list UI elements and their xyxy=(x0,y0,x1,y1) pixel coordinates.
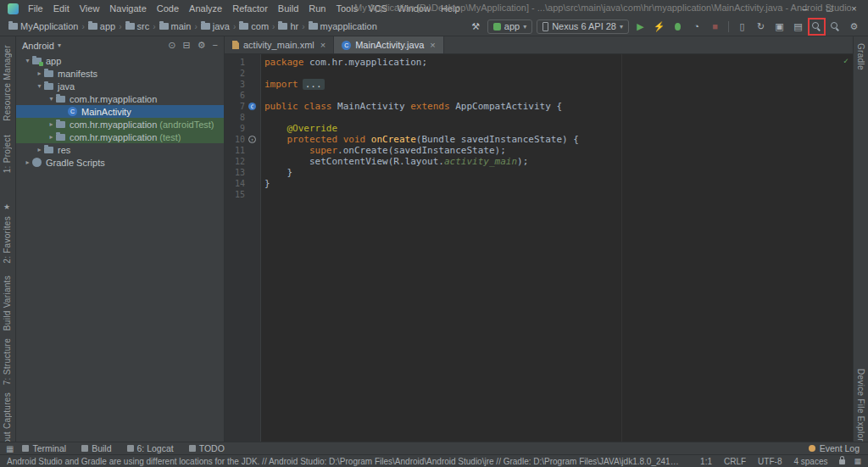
chevron-collapsed-icon[interactable]: ▸ xyxy=(23,158,32,166)
tree-item-mainactivity[interactable]: CMainActivity xyxy=(16,105,224,118)
breadcrumb-label: app xyxy=(100,21,115,31)
hide-panel-icon[interactable]: − xyxy=(213,40,218,51)
tree-item-app[interactable]: ▾app xyxy=(16,54,224,67)
main-toolbar: MyApplication›app›src›main›java›com›hr›m… xyxy=(0,17,868,36)
breadcrumb-main[interactable]: main xyxy=(159,21,192,31)
menu-analyze[interactable]: Analyze xyxy=(184,3,227,14)
chevron-expanded-icon[interactable]: ▾ xyxy=(47,95,56,103)
tab-activity-main-xml[interactable]: activity_main.xml× xyxy=(225,36,334,53)
tool-button-6-logcat[interactable]: 6: Logcat xyxy=(127,443,174,453)
tree-item-manifests[interactable]: ▸manifests xyxy=(16,67,224,80)
chevron-collapsed-icon[interactable]: ▸ xyxy=(47,133,56,141)
encoding-indicator[interactable]: UTF-8 xyxy=(758,457,782,466)
code-lines: 1package com.hr.myapplication;23import..… xyxy=(225,57,853,200)
debug-icon[interactable] xyxy=(670,19,685,34)
tree-item-com-hr-myapplication[interactable]: ▾com.hr.myapplication xyxy=(16,92,224,105)
project-view-selector[interactable]: Android xyxy=(22,41,54,51)
class-glyph: C xyxy=(248,103,256,110)
tool-window-switcher-icon[interactable]: ▦ xyxy=(6,444,14,453)
tree-item-label: com.hr.myapplication xyxy=(70,132,157,142)
sync-gradle-icon[interactable]: ↻ xyxy=(754,19,768,34)
tree-item-com-hr-myapplication-androidtest[interactable]: ▸com.hr.myapplication (androidTest) xyxy=(16,118,224,131)
sdk-manager-icon[interactable]: ▣ xyxy=(772,19,787,34)
close-icon[interactable]: × xyxy=(430,40,435,50)
breadcrumb-com[interactable]: com xyxy=(239,21,269,31)
event-log-button[interactable]: Event Log xyxy=(809,443,860,453)
menu-build[interactable]: Build xyxy=(273,3,303,14)
override-glyph: ↑ xyxy=(248,136,256,143)
gradle-glyph xyxy=(32,158,42,167)
profile-icon[interactable]: ◔ xyxy=(689,19,704,34)
inspection-ok-icon[interactable]: ✓ xyxy=(843,56,849,65)
tree-item-gradle-scripts[interactable]: ▸Gradle Scripts xyxy=(16,156,224,169)
breadcrumb-separator: › xyxy=(194,22,197,31)
tree-item-java[interactable]: ▾java xyxy=(16,80,224,92)
tool-button-2-favorites[interactable]: 2: Favorites xyxy=(3,216,12,264)
chevron-collapsed-icon[interactable]: ▸ xyxy=(35,146,44,153)
minimize-button[interactable]: – xyxy=(793,0,817,16)
tool-button-7-structure[interactable]: 7: Structure xyxy=(3,338,12,385)
menu-refactor[interactable]: Refactor xyxy=(227,3,273,14)
run-config-dropdown[interactable]: app ▾ xyxy=(487,19,532,34)
tool-button-1-project[interactable]: 1: Project xyxy=(3,135,12,173)
tool-button-terminal[interactable]: Terminal xyxy=(22,443,66,453)
avd-manager-icon[interactable]: ▯ xyxy=(735,19,749,34)
menu-edit[interactable]: Edit xyxy=(48,3,75,14)
menu-code[interactable]: Code xyxy=(152,3,184,14)
build-hammer-icon[interactable]: ⚒ xyxy=(469,19,483,34)
favorites-star-icon[interactable]: ★ xyxy=(3,203,10,211)
event-log-label: Event Log xyxy=(820,443,860,453)
terminal-icon xyxy=(22,445,29,452)
chevron-collapsed-icon[interactable]: ▸ xyxy=(35,69,44,77)
chevron-expanded-icon[interactable]: ▾ xyxy=(23,57,32,64)
breadcrumb-myapplication[interactable]: myapplication xyxy=(309,21,377,31)
search-icon[interactable] xyxy=(828,19,843,34)
stop-icon[interactable]: ■ xyxy=(708,19,722,34)
tool-button-todo[interactable]: TODO xyxy=(189,443,225,453)
maximize-button[interactable]: □ xyxy=(817,0,842,16)
chevron-expanded-icon[interactable]: ▾ xyxy=(35,82,44,90)
code-text: protected void onCreate(Bundle savedInst… xyxy=(259,134,579,145)
folder-icon xyxy=(239,23,248,30)
breadcrumb-hr[interactable]: hr xyxy=(278,21,298,31)
close-icon[interactable]: × xyxy=(320,40,326,50)
apply-changes-icon[interactable]: ⚡ xyxy=(652,19,666,34)
breadcrumb-java[interactable]: java xyxy=(201,21,230,31)
status-bar: Android Studio and Gradle are using diff… xyxy=(0,454,868,467)
folder-icon xyxy=(159,23,169,30)
tree-item-res[interactable]: ▸res xyxy=(16,143,224,156)
breadcrumb-src[interactable]: src xyxy=(125,21,150,31)
breadcrumb-app[interactable]: app xyxy=(88,21,115,31)
layout-inspector-icon[interactable]: ▤ xyxy=(791,19,805,34)
indent-indicator[interactable]: 4 spaces xyxy=(793,457,827,466)
code-editor[interactable]: 1package com.hr.myapplication;23import..… xyxy=(225,54,853,442)
settings-gear-icon[interactable]: ⚙ xyxy=(847,19,861,34)
menu-file[interactable]: File xyxy=(23,3,48,14)
locate-icon[interactable]: ⊙ xyxy=(168,40,175,51)
device-label: Nexus 6 API 28 xyxy=(552,21,616,31)
menu-view[interactable]: View xyxy=(75,3,105,14)
tab-mainactivity-java[interactable]: CMainActivity.java× xyxy=(334,36,444,53)
menu-run[interactable]: Run xyxy=(303,3,331,14)
tool-button-build[interactable]: Build xyxy=(81,443,111,453)
lock-icon[interactable] xyxy=(839,459,845,464)
chevron-collapsed-icon[interactable]: ▸ xyxy=(47,120,56,128)
collapse-all-icon[interactable]: ⊟ xyxy=(182,40,190,51)
caret-position[interactable]: 1:1 xyxy=(700,457,712,466)
gear-icon[interactable]: ⚙ xyxy=(198,40,206,51)
tool-button-resource-manager[interactable]: Resource Manager xyxy=(3,45,12,121)
tool-button-build-variants[interactable]: Build Variants xyxy=(3,275,12,331)
tool-button-device-file-explorer[interactable]: Device File Explorer xyxy=(856,369,865,449)
run-icon[interactable]: ▶ xyxy=(633,19,648,34)
menu-navigate[interactable]: Navigate xyxy=(104,3,151,14)
reader-mode-icon[interactable]: ▦ xyxy=(854,457,861,465)
status-message[interactable]: Android Studio and Gradle are using diff… xyxy=(7,457,680,466)
line-ending-indicator[interactable]: CRLF xyxy=(724,457,746,466)
attach-debugger-icon[interactable] xyxy=(810,19,824,34)
xml-file-icon xyxy=(232,41,239,49)
tree-item-com-hr-myapplication-test[interactable]: ▸com.hr.myapplication (test) xyxy=(16,131,224,143)
tool-button-gradle[interactable]: Gradle xyxy=(856,43,865,70)
device-dropdown[interactable]: Nexus 6 API 28 ▾ xyxy=(537,19,629,34)
close-button[interactable]: × xyxy=(842,0,866,16)
breadcrumb-myapplication[interactable]: MyApplication xyxy=(8,21,78,31)
